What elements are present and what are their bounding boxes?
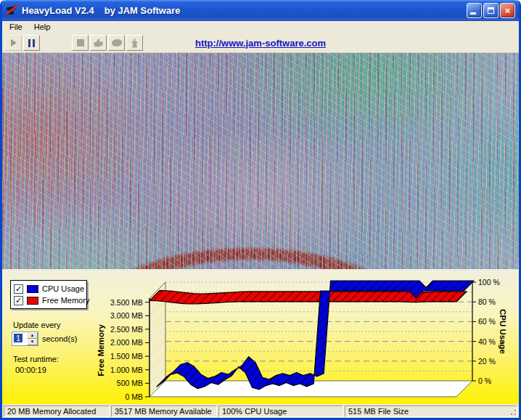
minimize-button[interactable] [467, 3, 482, 18]
monitor-panel: 3.500 MB3.000 MB2.500 MB2.000 MB1.500 MB… [2, 271, 519, 404]
left-axis-tick: 1.500 MB [110, 352, 143, 361]
heavyload-window: HeavyLoad V2.4 by JAM Software × File He… [0, 0, 521, 420]
maximize-icon [488, 7, 494, 14]
left-axis-tick: 2.000 MB [110, 338, 143, 347]
maximize-button[interactable] [483, 3, 499, 18]
status-memory-allocated: 20 MB Memory Allocated [4, 405, 110, 417]
status-cpu-usage: 100% CPU Usage [218, 405, 343, 417]
right-axis-tick: 80 % [478, 297, 496, 306]
left-axis-tick: 1.000 MB [110, 366, 143, 374]
legend-checkbox-memory[interactable]: ✓ [14, 296, 23, 305]
close-icon: × [505, 6, 511, 15]
spinner-down-button[interactable]: ▼ [27, 339, 38, 345]
left-axis-title: Free Memory [97, 324, 105, 376]
status-file-size: 515 MB File Size [345, 405, 517, 417]
menu-item-help[interactable]: Help [28, 22, 57, 33]
interval-unit-label: second(s) [42, 334, 77, 343]
status-bar: 20 MB Memory Allocated 3517 MB Memory Av… [2, 404, 519, 418]
left-axis-tick: 3.000 MB [110, 311, 143, 320]
resize-grip[interactable] [508, 407, 517, 416]
minimize-icon [470, 12, 476, 15]
update-every-label: Update every [13, 321, 60, 329]
app-icon [6, 4, 18, 17]
left-axis-tick: 3.500 MB [110, 298, 143, 307]
legend-checkbox-cpu[interactable]: ✓ [14, 284, 23, 294]
interval-value: 1 [12, 332, 27, 345]
legend-swatch-memory [27, 297, 38, 305]
window-title: HeavyLoad V2.4 [22, 5, 94, 16]
right-axis-tick: 20 % [478, 357, 496, 366]
legend-label-cpu: CPU Usage [42, 284, 84, 293]
left-axis-tick: 0 MB [125, 392, 143, 401]
interval-input[interactable]: 1 ▲ ▼ [12, 332, 38, 346]
stress-test-pattern [2, 53, 519, 271]
menu-bar: File Help [2, 21, 519, 33]
right-axis-tick: 100 % [478, 278, 500, 287]
title-bar[interactable]: HeavyLoad V2.4 by JAM Software × [2, 0, 519, 21]
right-axis-tick: 0 % [478, 376, 491, 385]
legend-swatch-cpu [27, 285, 38, 293]
test-runtime-value: 00:00:19 [15, 366, 46, 374]
legend-row-memory: ✓ Free Memory [14, 295, 83, 306]
spinner-up-button[interactable]: ▲ [27, 332, 38, 339]
legend-label-memory: Free Memory [42, 296, 89, 305]
right-axis-title: CPU Usage [499, 309, 507, 354]
toolbar: http://www.jam-software.com [2, 33, 519, 53]
status-memory-available: 3517 MB Memory Available [111, 405, 217, 417]
left-axis-tick: 500 MB [117, 379, 143, 387]
chart-legend: ✓ CPU Usage ✓ Free Memory [10, 280, 87, 309]
legend-row-cpu: ✓ CPU Usage [14, 283, 83, 295]
left-axis-tick: 2.500 MB [110, 325, 143, 334]
menu-item-file[interactable]: File [4, 22, 28, 33]
right-axis-tick: 60 % [478, 317, 496, 326]
right-axis-tick: 40 % [478, 337, 496, 346]
jam-software-link[interactable]: http://www.jam-software.com [2, 38, 519, 49]
test-runtime-label: Test runtime: [13, 355, 59, 363]
window-subtitle: by JAM Software [104, 5, 181, 16]
close-button[interactable]: × [500, 3, 515, 18]
